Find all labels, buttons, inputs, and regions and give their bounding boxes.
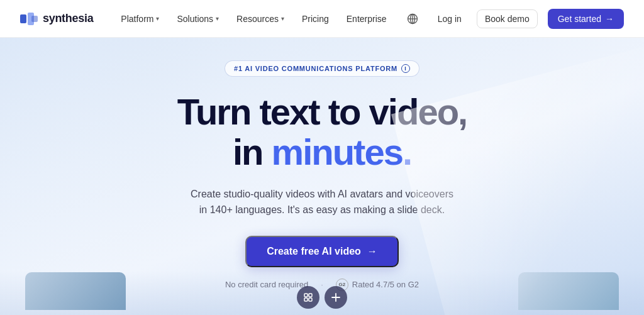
language-selector[interactable] xyxy=(402,9,423,29)
expand-icon[interactable] xyxy=(297,286,319,309)
create-video-button[interactable]: Create free AI video → xyxy=(245,236,399,267)
logo[interactable]: synthesia xyxy=(20,12,93,25)
navbar: synthesia Platform ▾ Solutions ▾ Resourc… xyxy=(0,0,644,38)
login-button[interactable]: Log in xyxy=(433,10,467,28)
hero-section: #1 AI VIDEO COMMUNICATIONS PLATFORM i Tu… xyxy=(0,38,644,315)
svg-rect-8 xyxy=(309,294,312,297)
hero-subtext: Create studio-quality videos with AI ava… xyxy=(190,186,454,218)
nav-solutions[interactable]: Solutions ▾ xyxy=(169,10,226,28)
svg-rect-7 xyxy=(304,294,308,297)
nav-pricing[interactable]: Pricing xyxy=(294,10,336,28)
svg-rect-9 xyxy=(304,298,308,301)
globe-icon xyxy=(407,13,418,25)
hero-badge: #1 AI VIDEO COMMUNICATIONS PLATFORM i xyxy=(225,60,419,77)
plus-icon[interactable] xyxy=(325,286,347,309)
chevron-down-icon: ▾ xyxy=(216,15,219,22)
headline-line2-prefix: in xyxy=(233,131,272,172)
get-started-button[interactable]: Get started → xyxy=(548,9,624,29)
logo-icon xyxy=(20,13,38,25)
headline-accent: minutes. xyxy=(272,131,412,172)
badge-text: #1 AI VIDEO COMMUNICATIONS PLATFORM xyxy=(234,65,397,72)
hero-thumbnail-left xyxy=(25,272,126,310)
chevron-down-icon: ▾ xyxy=(281,15,284,22)
nav-right: Log in Book demo Get started → xyxy=(402,9,624,29)
chevron-down-icon: ▾ xyxy=(156,15,159,22)
headline-line2: in minutes. xyxy=(177,132,467,172)
headline-line1: Turn text to video, xyxy=(177,91,467,132)
hero-thumbnail-right xyxy=(518,272,619,310)
arrow-icon: → xyxy=(605,14,614,24)
book-demo-button[interactable]: Book demo xyxy=(477,9,538,28)
logo-label: synthesia xyxy=(43,12,93,25)
svg-rect-0 xyxy=(20,14,26,23)
arrow-icon: → xyxy=(367,246,377,257)
svg-rect-2 xyxy=(31,16,38,22)
svg-rect-10 xyxy=(309,298,312,301)
hero-headline: Turn text to video, in minutes. xyxy=(177,92,467,172)
nav-links: Platform ▾ Solutions ▾ Resources ▾ Prici… xyxy=(113,10,402,28)
nav-enterprise[interactable]: Enterprise xyxy=(339,10,394,28)
nav-platform[interactable]: Platform ▾ xyxy=(113,10,167,28)
info-icon[interactable]: i xyxy=(401,64,410,73)
float-icons xyxy=(297,286,347,309)
nav-resources[interactable]: Resources ▾ xyxy=(229,10,292,28)
